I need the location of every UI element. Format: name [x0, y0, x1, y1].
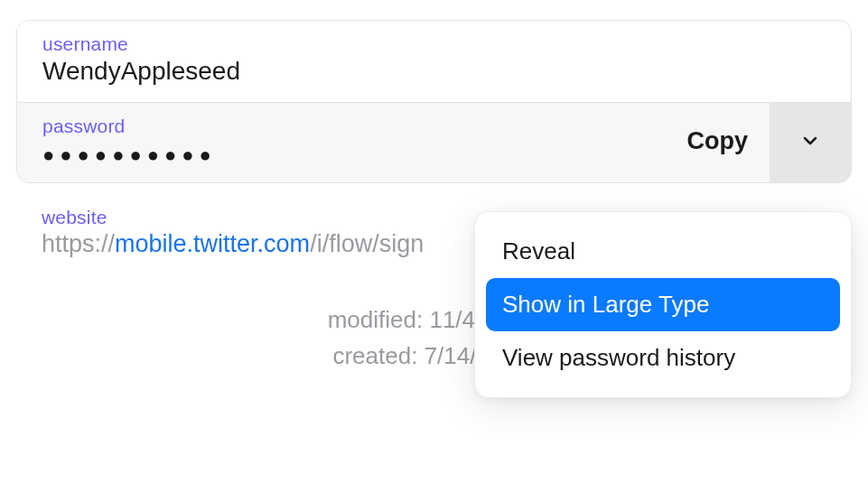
password-actions-menu: RevealShow in Large TypeView password hi… — [474, 211, 852, 398]
password-value-masked: ●●●●●●●●●● — [42, 139, 666, 166]
credential-card: username WendyAppleseed password ●●●●●●●… — [16, 20, 852, 183]
menu-item-reveal[interactable]: Reveal — [486, 225, 840, 278]
modified-label: modified: — [328, 306, 424, 333]
password-label: password — [42, 116, 666, 137]
url-host: mobile.twitter.com — [115, 230, 310, 257]
item-detail-panel: username WendyAppleseed password ●●●●●●●… — [0, 0, 868, 395]
password-row[interactable]: password ●●●●●●●●●● Copy — [17, 102, 851, 182]
menu-item-view-password-history[interactable]: View password history — [486, 331, 840, 385]
url-path: /i/flow/sign — [310, 230, 424, 257]
created-label: created: — [332, 342, 417, 369]
copy-button[interactable]: Copy — [666, 127, 770, 155]
chevron-down-icon — [799, 130, 821, 155]
menu-item-show-in-large-type[interactable]: Show in Large Type — [486, 278, 840, 331]
username-label: username — [42, 33, 826, 55]
url-scheme: https:// — [42, 230, 115, 257]
username-row[interactable]: username WendyAppleseed — [17, 21, 851, 102]
password-actions-toggle[interactable] — [770, 103, 851, 182]
username-value: WendyAppleseed — [42, 57, 826, 86]
